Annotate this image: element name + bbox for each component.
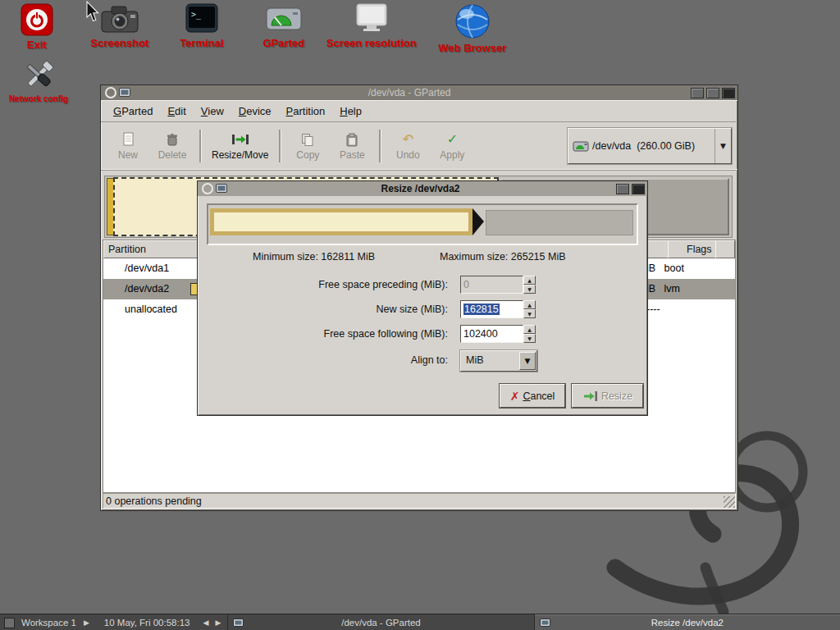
resize-slider-handle-icon[interactable]: [472, 208, 484, 235]
undo-button[interactable]: ↶ Undo: [386, 125, 430, 167]
row-partition-name: unallocated: [103, 304, 177, 315]
arrow-down-icon: ▼: [527, 312, 532, 317]
new-size-row: New size (MiB): 162815 ▲ ▼: [198, 299, 647, 320]
close-button[interactable]: [722, 88, 735, 98]
row-partition-name: /dev/vda1: [103, 262, 169, 274]
stepper-down-button[interactable]: ▼: [523, 309, 536, 318]
arrow-up-icon: ▲: [527, 327, 532, 332]
resize-slider-partition-block[interactable]: [210, 208, 472, 235]
arrow-down-icon: ▼: [527, 336, 532, 341]
paste-button[interactable]: Paste: [330, 125, 374, 167]
free-space-preceding-row: Free space preceding (MiB): 0 ▲ ▼: [198, 274, 647, 295]
tools-icon: [21, 59, 56, 92]
minimize-button[interactable]: [691, 88, 704, 98]
menu-gparted[interactable]: GParted: [106, 102, 160, 121]
free-space-following-field[interactable]: 102400: [460, 325, 523, 343]
stepper-up-button[interactable]: ▲: [523, 325, 536, 334]
task-resize-dialog[interactable]: Resize /dev/vda2: [534, 614, 840, 630]
header-filler: [715, 240, 735, 258]
desktop-icon-screenshot[interactable]: Screenshot: [72, 3, 167, 49]
menubar: GParted Edit View Device Partition Help: [101, 100, 737, 122]
free-space-following-row: Free space following (MiB): 102400 ▲ ▼: [198, 323, 647, 345]
header-partition-label: Partition: [108, 244, 146, 255]
delete-icon: [166, 133, 179, 147]
window-menu-icon[interactable]: [105, 87, 116, 98]
main-window-titlebar[interactable]: /dev/vda - GParted: [101, 85, 737, 100]
device-selector[interactable]: /dev/vda (260.00 GiB) ▼: [568, 128, 732, 164]
menu-edit[interactable]: Edit: [160, 102, 193, 121]
cancel-x-icon: ✗: [510, 390, 520, 402]
selected-text: 162815: [463, 304, 500, 315]
new-size-stepper[interactable]: ▲ ▼: [523, 300, 536, 318]
monitor-icon: [355, 3, 388, 34]
device-selector-dropdown[interactable]: ▼: [714, 129, 731, 163]
gparted-window-icon: [119, 88, 130, 98]
dropdown-arrow-button[interactable]: ▼: [519, 352, 536, 370]
stepper-up-button[interactable]: ▲: [523, 300, 536, 309]
delete-button[interactable]: Delete: [150, 125, 194, 167]
row-right-text: iB boot: [646, 258, 684, 279]
align-to-dropdown[interactable]: MiB ▼: [460, 350, 537, 372]
dialog-titlebar[interactable]: Resize /dev/vda2: [198, 181, 647, 196]
paste-button-label: Paste: [340, 149, 365, 161]
free-space-following-label: Free space following (MiB):: [198, 323, 448, 345]
new-button-label: New: [118, 149, 138, 161]
maximize-button[interactable]: [706, 88, 719, 98]
resize-confirm-button[interactable]: Resize: [572, 384, 643, 408]
copy-button[interactable]: Copy: [285, 125, 330, 167]
new-size-field[interactable]: 162815: [460, 300, 523, 318]
workspace-label[interactable]: Workspace 1: [21, 618, 76, 628]
align-to-label: Align to:: [198, 349, 448, 371]
window-menu-icon[interactable]: [202, 183, 213, 194]
free-space-preceding-label: Free space preceding (MiB):: [198, 274, 448, 295]
desktop-icon-terminal[interactable]: >_ Terminal: [154, 3, 249, 49]
chevron-down-icon: ▼: [720, 142, 726, 150]
desktop-icon-label: Exit: [27, 39, 47, 51]
task-window-icon: [233, 619, 244, 628]
desktop-icon-label: Screen resolution: [326, 37, 417, 49]
task-gparted-main[interactable]: /dev/vda - GParted: [227, 614, 533, 630]
desktop-icon-gparted[interactable]: GParted: [236, 3, 331, 49]
toolbar: New Delete Resize/Move Copy Paste ↶ Undo…: [101, 122, 737, 171]
resize-move-icon: [231, 133, 249, 146]
pager-icon[interactable]: [4, 618, 15, 628]
clock: 10 May, Fri 00:58:13: [104, 618, 190, 628]
task-window-icon: [540, 619, 550, 628]
resize-grip[interactable]: [724, 496, 735, 508]
cancel-button[interactable]: ✗ Cancel: [500, 384, 565, 408]
align-to-value: MiB: [461, 354, 484, 366]
stepper-up-button: ▲: [523, 276, 536, 285]
dialog-close-button[interactable]: [632, 184, 645, 194]
dialog-maximize-button[interactable]: [616, 184, 629, 194]
desktop-icon-label: Web Browser: [439, 42, 507, 54]
desktop-icon-label: GParted: [263, 37, 305, 49]
align-to-row: Align to: MiB ▼: [198, 349, 647, 371]
menu-partition[interactable]: Partition: [279, 102, 333, 121]
apply-button[interactable]: ✓ Apply: [430, 125, 474, 167]
desktop-icon-label: Terminal: [180, 37, 223, 49]
pending-operations-text: 0 operations pending: [106, 495, 202, 507]
menu-device[interactable]: Device: [231, 102, 279, 121]
task-label: Resize /dev/vda2: [535, 618, 840, 628]
desktop-icon-network-config[interactable]: Network config: [0, 59, 86, 103]
menu-view[interactable]: View: [194, 102, 231, 121]
scroll-left-icon[interactable]: ◀: [203, 619, 208, 627]
arrow-up-icon: ▲: [527, 303, 532, 308]
new-size-label: New size (MiB):: [198, 299, 448, 320]
scroll-right-icon[interactable]: ▶: [215, 619, 221, 627]
desktop-icon-screen-resolution[interactable]: Screen resolution: [324, 3, 419, 49]
stepper-down-button[interactable]: ▼: [523, 334, 536, 343]
desktop-icon-web-browser[interactable]: Web Browser: [425, 3, 520, 54]
resize-slider: [207, 203, 638, 245]
undo-icon: ↶: [403, 133, 413, 146]
resize-move-button-label: Resize/Move: [212, 149, 268, 161]
main-window-title: /dev/vda - GParted: [130, 87, 688, 98]
cancel-button-label: Cancel: [523, 390, 555, 402]
copy-button-label: Copy: [296, 149, 319, 161]
menu-help[interactable]: Help: [332, 102, 369, 121]
new-button[interactable]: New: [106, 125, 150, 167]
taskbar: Workspace 1 ▶ 10 May, Fri 00:58:13 ◀ ▶ /…: [0, 614, 840, 630]
workspace-next-icon[interactable]: ▶: [84, 619, 89, 627]
resize-move-button[interactable]: Resize/Move: [206, 125, 274, 167]
free-space-following-stepper[interactable]: ▲ ▼: [523, 325, 536, 343]
